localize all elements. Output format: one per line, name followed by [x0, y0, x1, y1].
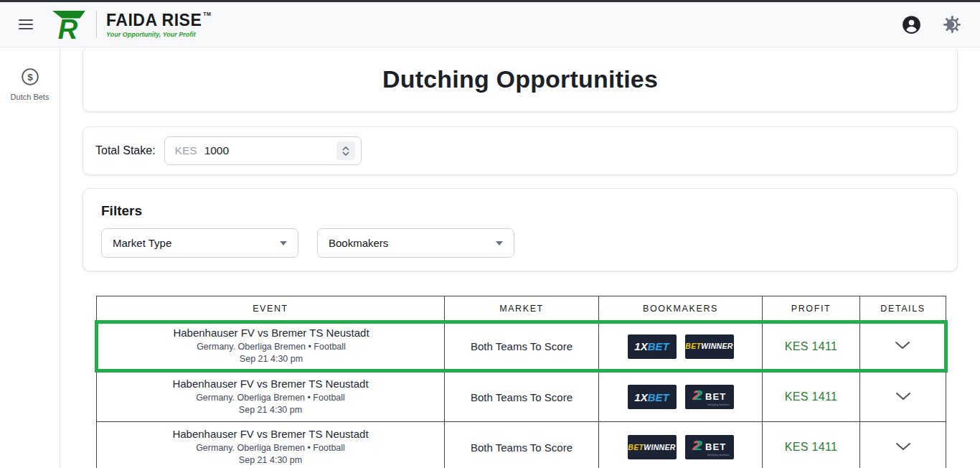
- chevron-down-icon: [895, 392, 911, 401]
- bookmakers-dropdown-label: Bookmakers: [329, 237, 388, 249]
- bookmaker-logo-1xbet: 1XBET: [628, 334, 677, 359]
- opportunities-tbody: Habenhauser FV vs Bremer TS Neustadt Ger…: [97, 322, 946, 468]
- market-cell: Both Teams To Score: [445, 322, 599, 371]
- event-title: Habenhauser FV vs Bremer TS Neustadt: [101, 428, 440, 440]
- chevron-down-icon: [895, 442, 911, 451]
- event-cell: Habenhauser FV vs Bremer TS Neustadt Ger…: [97, 371, 445, 422]
- bookmaker-logo-betwinner: BETWINNER: [628, 435, 677, 459]
- title-card: Dutching Opportunities: [83, 47, 958, 112]
- bookmaker-logo-betwinner: BETWINNER: [685, 334, 734, 359]
- bookmakers-cell: 1XBET22BETbet2play bet2win: [599, 371, 763, 422]
- stepper-up-icon[interactable]: [342, 146, 349, 151]
- details-expand-button[interactable]: [892, 439, 914, 456]
- bookmaker-logos: 1XBETBETWINNER: [603, 334, 758, 359]
- details-expand-button[interactable]: [892, 389, 914, 406]
- event-time: Sep 21 4:30 pm: [101, 405, 440, 415]
- column-header-details: DETAILS: [860, 296, 946, 322]
- bookmakers-cell: 1XBETBETWINNER: [599, 322, 763, 371]
- market-type-dropdown-label: Market Type: [113, 237, 171, 249]
- details-expand-button[interactable]: [892, 338, 913, 355]
- stake-card: Total Stake: KES 1000: [83, 126, 958, 175]
- menu-icon[interactable]: [19, 19, 33, 29]
- stake-currency-prefix: KES: [175, 144, 197, 157]
- filters-card: Filters Market Type Bookmakers: [83, 188, 958, 271]
- chevron-down-icon: [895, 341, 910, 350]
- bookmaker-logos: 1XBET22BETbet2play bet2win: [603, 385, 758, 409]
- bookmaker-logo-22bet: 22BETbet2play bet2win: [685, 385, 734, 409]
- event-time: Sep 21 4:30 pm: [101, 455, 440, 465]
- theme-toggle-icon[interactable]: [943, 15, 961, 34]
- column-header-profit: PROFIT: [763, 296, 860, 322]
- event-cell: Habenhauser FV vs Bremer TS Neustadt Ger…: [97, 322, 445, 371]
- bookmaker-logo-1xbet: 1XBET: [628, 385, 677, 409]
- profit-cell: KES 1411: [763, 371, 860, 422]
- bookmakers-cell: BETWINNER22BETbet2play bet2win: [599, 422, 763, 468]
- dollar-circle-icon: $: [21, 67, 39, 86]
- brand-name: FAIDA RISETM: [106, 11, 211, 29]
- svg-text:R: R: [58, 14, 78, 39]
- bookmaker-logo-22bet: 22BETbet2play bet2win: [685, 435, 734, 459]
- chevron-down-icon: [496, 241, 503, 245]
- details-cell: [860, 322, 946, 371]
- user-avatar-icon[interactable]: [902, 15, 921, 34]
- event-league: Germany. Oberliga Bremen • Football: [103, 342, 440, 352]
- opportunities-table-wrap: EVENT MARKET BOOKMAKERS PROFIT DETAILS H…: [95, 296, 980, 468]
- opportunities-table: EVENT MARKET BOOKMAKERS PROFIT DETAILS H…: [95, 296, 948, 468]
- bookmakers-dropdown[interactable]: Bookmakers: [317, 228, 514, 258]
- market-cell: Both Teams To Score: [445, 422, 599, 468]
- event-league: Germany. Oberliga Bremen • Football: [101, 443, 440, 453]
- column-header-bookmakers: BOOKMAKERS: [599, 296, 763, 322]
- table-row[interactable]: Habenhauser FV vs Bremer TS Neustadt Ger…: [97, 422, 946, 468]
- main-content: Dutching Opportunities Total Stake: KES …: [60, 47, 980, 468]
- stake-label: Total Stake:: [95, 144, 156, 157]
- table-header-row: EVENT MARKET BOOKMAKERS PROFIT DETAILS: [97, 296, 946, 322]
- page-title: Dutching Opportunities: [382, 65, 658, 93]
- trademark-symbol: TM: [203, 11, 211, 17]
- event-time: Sep 21 4:30 pm: [103, 354, 440, 364]
- column-header-event: EVENT: [97, 296, 445, 322]
- table-row[interactable]: Habenhauser FV vs Bremer TS Neustadt Ger…: [97, 322, 946, 371]
- filters-heading: Filters: [101, 203, 939, 219]
- navbar: R FAIDA RISETM Your Opportunity, Your Pr…: [0, 2, 980, 47]
- brand-block: FAIDA RISETM Your Opportunity, Your Prof…: [106, 11, 211, 38]
- event-cell: Habenhauser FV vs Bremer TS Neustadt Ger…: [97, 422, 445, 468]
- event-title: Habenhauser FV vs Bremer TS Neustadt: [101, 378, 440, 390]
- brand-tagline: Your Opportunity, Your Profit: [106, 32, 211, 38]
- event-league: Germany. Oberliga Bremen • Football: [101, 393, 440, 403]
- column-header-market: MARKET: [445, 296, 599, 322]
- market-cell: Both Teams To Score: [445, 371, 599, 422]
- stake-stepper[interactable]: [336, 141, 355, 160]
- table-row[interactable]: Habenhauser FV vs Bremer TS Neustadt Ger…: [97, 371, 946, 422]
- details-cell: [860, 422, 946, 468]
- svg-text:$: $: [27, 72, 33, 83]
- event-title: Habenhauser FV vs Bremer TS Neustadt: [103, 327, 440, 339]
- details-cell: [860, 371, 946, 422]
- brand-logo-icon[interactable]: R: [49, 9, 88, 39]
- profit-cell: KES 1411: [763, 422, 860, 468]
- chevron-down-icon: [280, 241, 287, 245]
- stake-input[interactable]: KES 1000: [164, 136, 362, 165]
- stake-value: 1000: [204, 144, 336, 157]
- profit-cell: KES 1411: [763, 322, 860, 371]
- market-type-dropdown[interactable]: Market Type: [101, 228, 298, 258]
- sidebar: $ Dutch Bets: [0, 47, 60, 468]
- bookmaker-logos: BETWINNER22BETbet2play bet2win: [603, 435, 758, 459]
- stepper-down-icon[interactable]: [342, 151, 349, 156]
- sidebar-item-label: Dutch Bets: [11, 93, 50, 101]
- logo-divider: [96, 11, 97, 38]
- sidebar-item-dutch-bets[interactable]: $ Dutch Bets: [0, 67, 60, 101]
